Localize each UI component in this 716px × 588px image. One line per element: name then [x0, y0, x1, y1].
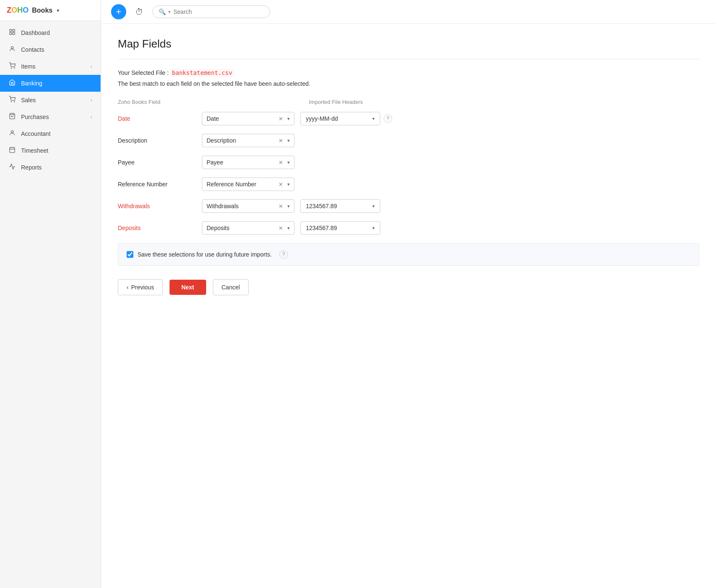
logo-z: Z [7, 6, 11, 15]
field-select-5[interactable]: Deposits ✕ ▾ [202, 221, 294, 235]
cancel-button[interactable]: Cancel [213, 279, 249, 295]
format-select-5[interactable]: 1234567.89 ▾ [300, 221, 380, 235]
select-value-3: Reference Number [207, 181, 276, 188]
nav-arrow-icon: › [90, 98, 92, 103]
search-input[interactable] [173, 8, 264, 15]
sidebar-item-timesheet[interactable]: Timesheet [0, 142, 101, 159]
history-button[interactable]: ⏱ [132, 5, 146, 19]
save-label: Save these selections for use during fut… [138, 251, 272, 258]
logo-o1: O [11, 6, 17, 15]
field-label-4: Withdrawals [118, 203, 202, 209]
field-select-4[interactable]: Withdrawals ✕ ▾ [202, 199, 294, 213]
col-imported-label: Imported File Headers [309, 99, 363, 105]
logo-h: H [17, 6, 23, 15]
select-value-1: Description [207, 137, 276, 144]
search-chevron-icon: ▾ [168, 9, 171, 15]
sidebar-item-reports[interactable]: Reports [0, 159, 101, 176]
svg-point-10 [11, 131, 13, 133]
sidebar-item-purchases[interactable]: Purchases › [0, 109, 101, 125]
timesheet-icon [8, 146, 16, 155]
field-select-wrapper-3: Reference Number ✕ ▾ [202, 177, 294, 191]
logo-o2: O [23, 6, 29, 15]
svg-point-5 [11, 68, 11, 68]
format-chevron-icon-4: ▾ [372, 204, 375, 209]
field-select-1[interactable]: Description ✕ ▾ [202, 134, 294, 147]
select-clear-icon-5[interactable]: ✕ [278, 225, 283, 231]
sidebar-item-sales[interactable]: Sales › [0, 92, 101, 109]
field-rows: Date Date ✕ ▾ yyyy-MM-dd ▾ ? Description… [118, 112, 699, 235]
select-chevron-icon-3: ▾ [287, 182, 290, 187]
sidebar-item-label: Timesheet [21, 147, 48, 154]
field-select-wrapper-5: Deposits ✕ ▾ [202, 221, 294, 235]
field-label-5: Deposits [118, 225, 202, 231]
select-clear-icon-4[interactable]: ✕ [278, 203, 283, 209]
page-title: Map Fields [118, 37, 699, 50]
sidebar: ZOHO Books ▾ Dashboard Contacts Items › … [0, 0, 101, 588]
select-value-4: Withdrawals [207, 203, 276, 209]
svg-point-7 [11, 101, 11, 102]
sidebar-item-label: Items [21, 63, 35, 70]
sidebar-item-items[interactable]: Items › [0, 58, 101, 75]
field-label-0: Date [118, 115, 202, 122]
sales-icon [8, 96, 16, 104]
field-label-1: Description [118, 137, 202, 144]
select-chevron-icon-2: ▾ [287, 160, 290, 165]
field-row: Description Description ✕ ▾ [118, 134, 699, 147]
save-help-icon[interactable]: ? [279, 250, 288, 259]
svg-rect-1 [13, 29, 15, 32]
auto-select-info: The best match to each field on the sele… [118, 80, 699, 87]
previous-button[interactable]: ‹ Previous [118, 279, 163, 295]
svg-point-8 [14, 101, 15, 102]
format-value-0: yyyy-MM-dd [306, 115, 370, 122]
field-row: Deposits Deposits ✕ ▾ 1234567.89 ▾ [118, 221, 699, 235]
sidebar-item-label: Banking [21, 80, 42, 87]
sidebar-item-contacts[interactable]: Contacts [0, 41, 101, 58]
svg-rect-2 [10, 32, 12, 34]
logo-area[interactable]: ZOHO Books ▾ [0, 0, 101, 21]
items-icon [8, 62, 16, 71]
format-select-4[interactable]: 1234567.89 ▾ [300, 199, 380, 213]
format-chevron-icon-0: ▾ [372, 116, 375, 122]
field-row: Payee Payee ✕ ▾ [118, 156, 699, 169]
accountant-icon [8, 130, 16, 138]
banking-icon [8, 79, 16, 87]
select-chevron-icon-1: ▾ [287, 138, 290, 143]
prev-label: Previous [131, 284, 154, 291]
field-select-2[interactable]: Payee ✕ ▾ [202, 156, 294, 169]
field-select-0[interactable]: Date ✕ ▾ [202, 112, 294, 125]
select-chevron-icon-0: ▾ [287, 116, 290, 122]
select-clear-icon-0[interactable]: ✕ [278, 116, 283, 122]
zoho-logo: ZOHO [7, 6, 29, 15]
purchases-icon [8, 113, 16, 121]
format-value-5: 1234567.89 [306, 225, 370, 231]
select-value-2: Payee [207, 159, 276, 166]
sidebar-item-dashboard[interactable]: Dashboard [0, 24, 101, 41]
svg-rect-3 [13, 32, 15, 34]
select-clear-icon-1[interactable]: ✕ [278, 138, 283, 144]
svg-rect-11 [10, 148, 15, 153]
dashboard-icon [8, 29, 16, 37]
sidebar-item-accountant[interactable]: Accountant [0, 125, 101, 142]
nav-arrow-icon: › [90, 114, 92, 119]
sidebar-item-label: Purchases [21, 114, 49, 120]
file-info: Your Selected File : bankstatement.csv [118, 69, 699, 76]
svg-point-6 [14, 68, 15, 68]
button-row: ‹ Previous Next Cancel [118, 279, 699, 295]
next-button[interactable]: Next [170, 280, 206, 295]
select-clear-icon-3[interactable]: ✕ [278, 181, 283, 188]
sidebar-item-banking[interactable]: Banking [0, 75, 101, 92]
field-help-icon-0[interactable]: ? [384, 114, 392, 123]
select-clear-icon-2[interactable]: ✕ [278, 159, 283, 166]
add-button[interactable]: + [111, 4, 126, 19]
format-select-0[interactable]: yyyy-MM-dd ▾ [300, 112, 380, 125]
sidebar-nav: Dashboard Contacts Items › Banking Sales… [0, 21, 101, 588]
format-chevron-icon-5: ▾ [372, 225, 375, 231]
prev-icon: ‹ [127, 284, 129, 291]
save-checkbox[interactable] [127, 251, 133, 258]
field-select-3[interactable]: Reference Number ✕ ▾ [202, 177, 294, 191]
contacts-icon [8, 45, 16, 54]
file-label: Your Selected File : [118, 69, 169, 76]
sidebar-item-label: Reports [21, 164, 42, 171]
file-name: bankstatement.csv [170, 69, 234, 77]
topbar: + ⏱ 🔍 ▾ [101, 0, 716, 24]
